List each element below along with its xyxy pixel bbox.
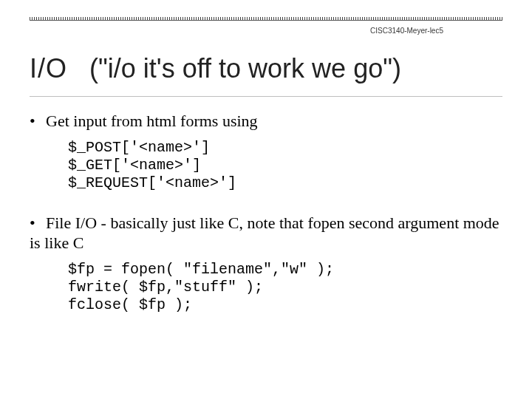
title-tagline: ("i/o it's off to work we go") (89, 53, 401, 83)
bullet-1-text: Get input from html forms using (46, 112, 258, 130)
header-meta: CISC3140-Meyer-lec5 (370, 27, 443, 35)
title-io: I/O (30, 53, 67, 83)
bullet-1: •Get input from html forms using (30, 111, 502, 132)
slide: CISC3140-Meyer-lec5 I/O ("i/o it's off t… (0, 0, 532, 399)
title-rule (30, 96, 502, 97)
code-block-1: $_POST['<name>'] $_GET['<name>'] $_REQUE… (68, 139, 502, 192)
bullet-2-text: File I/O - basically just like C, note t… (30, 214, 499, 253)
bullet-2: •File I/O - basically just like C, note … (30, 213, 502, 253)
top-rule (30, 17, 502, 21)
body: •Get input from html forms using $_POST[… (30, 111, 502, 335)
slide-title: I/O ("i/o it's off to work we go") (30, 53, 502, 84)
code-block-2: $fp = fopen( "filename","w" ); fwrite( $… (68, 261, 502, 314)
bullet-dot: • (30, 111, 46, 132)
bullet-dot: • (30, 213, 46, 233)
